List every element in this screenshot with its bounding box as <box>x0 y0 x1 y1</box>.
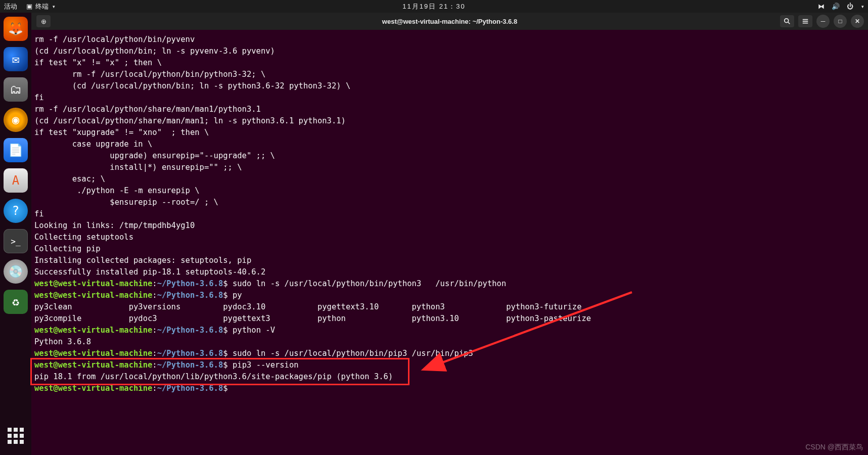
prompt-path: ~/Python-3.6.8 <box>157 349 223 358</box>
command-input: pip3 --version <box>228 360 299 370</box>
prompt-user: west@west-virtual-machine <box>34 291 152 300</box>
prompt-path: ~/Python-3.6.8 <box>157 360 223 370</box>
svg-point-0 <box>785 19 789 23</box>
terminal-line: fi <box>34 93 44 102</box>
launcher-dock: 🦊 ✉ 🗂 ◉ 📄 A ? >_ 💿 ♻ <box>0 13 31 455</box>
close-button[interactable]: ✕ <box>851 15 864 28</box>
terminal-line: upgrade) ensurepip="--upgrade" ;; \ <box>34 151 275 160</box>
prompt-user: west@west-virtual-machine <box>34 326 152 335</box>
prompt-symbol: $ <box>223 360 227 370</box>
command-input: sudo ln -s /usr/local/python/bin/python3… <box>228 279 507 288</box>
terminal-output: pip 18.1 from /usr/local/python/lib/pyth… <box>34 372 393 381</box>
terminal-line: Successfully installed pip-18.1 setuptoo… <box>34 267 265 277</box>
activities-button[interactable]: 活动 <box>4 2 17 11</box>
terminal-line: Installing collected packages: setuptool… <box>34 256 251 265</box>
maximize-button[interactable]: □ <box>834 15 847 28</box>
terminal-launcher[interactable]: >_ <box>4 229 28 253</box>
prompt-symbol: $ <box>223 349 227 358</box>
firefox-launcher[interactable]: 🦊 <box>4 17 28 41</box>
prompt-sep: : <box>152 349 157 358</box>
gnome-top-panel: 活动 ▣ 终端 ▾ 11月19日 21：30 ⧓ 🔊 ⏻ ▾ <box>0 0 868 13</box>
terminal-line: Collecting setuptools <box>34 233 133 242</box>
prompt-user: west@west-virtual-machine <box>34 349 152 358</box>
network-icon[interactable]: ⧓ <box>818 3 825 10</box>
terminal-line: ./python -E -m ensurepip \ <box>34 186 200 195</box>
terminal-line: esac; \ <box>34 174 105 184</box>
terminal-line: Looking in links: /tmp/tmpdhb4yg10 <box>34 221 195 230</box>
terminal-line: (cd /usr/local/python/share/man/man1; ln… <box>34 116 346 125</box>
terminal-line: case upgrade in \ <box>34 140 152 149</box>
libreoffice-writer-launcher[interactable]: 📄 <box>4 138 28 162</box>
terminal-line: (cd /usr/local/python/bin; ln -s pyvenv-… <box>34 47 275 56</box>
new-tab-button[interactable]: ⊕ <box>36 15 51 27</box>
prompt-user: west@west-virtual-machine <box>34 384 152 393</box>
power-icon[interactable]: ⏻ <box>847 3 853 10</box>
terminal-output: py3clean py3versions pydoc3.10 pygettext… <box>34 302 591 323</box>
terminal-output: Python 3.6.8 <box>34 337 91 346</box>
help-launcher[interactable]: ? <box>4 199 28 223</box>
prompt-sep: : <box>152 360 157 370</box>
prompt-symbol: $ <box>223 279 227 288</box>
terminal-viewport[interactable]: rm -f /usr/local/python/bin/pyvenv (cd /… <box>31 30 868 455</box>
terminal-line: if test "x" != "x" ; then \ <box>34 58 162 67</box>
command-input: python -V <box>228 326 275 335</box>
apps-grid-icon <box>8 428 24 444</box>
terminal-line: $ensurepip --root=/ ; \ <box>34 198 218 207</box>
prompt-sep: : <box>152 279 157 288</box>
command-input: py <box>228 291 242 300</box>
prompt-path: ~/Python-3.6.8 <box>157 326 223 335</box>
menu-button[interactable] <box>798 15 812 27</box>
terminal-line: rm -f /usr/local/python/bin/pyvenv <box>34 35 195 44</box>
terminal-line: install|*) ensurepip="" ;; \ <box>34 163 242 172</box>
minimize-button[interactable]: ─ <box>816 15 830 28</box>
watermark: CSDN @西西菜鸟 <box>805 443 863 452</box>
terminal-line: (cd /usr/local/python/bin; ln -s python3… <box>34 81 350 90</box>
rhythmbox-launcher[interactable]: ◉ <box>4 108 28 132</box>
disc-launcher[interactable]: 💿 <box>4 259 28 284</box>
thunderbird-launcher[interactable]: ✉ <box>4 47 28 71</box>
chevron-down-icon: ▾ <box>861 4 864 9</box>
command-input: sudo ln -s /usr/local/python/bin/pip3 /u… <box>228 349 473 358</box>
volume-icon[interactable]: 🔊 <box>832 3 840 10</box>
window-title: west@west-virtual-machine: ~/Python-3.6.… <box>382 18 517 25</box>
files-launcher[interactable]: 🗂 <box>4 77 28 102</box>
prompt-sep: : <box>152 384 157 393</box>
search-icon <box>784 18 791 25</box>
terminal-line: fi <box>34 209 44 218</box>
prompt-sep: : <box>152 291 157 300</box>
active-app-label: 终端 <box>35 2 49 11</box>
prompt-sep: : <box>152 326 157 335</box>
terminal-line: if test "xupgrade" != "xno" ; then \ <box>34 128 209 137</box>
search-button[interactable] <box>780 15 794 27</box>
hamburger-icon <box>802 18 809 25</box>
prompt-path: ~/Python-3.6.8 <box>157 384 223 393</box>
terminal-headerbar: ⊕ west@west-virtual-machine: ~/Python-3.… <box>31 13 868 30</box>
prompt-path: ~/Python-3.6.8 <box>157 279 223 288</box>
prompt-symbol: $ <box>223 384 227 393</box>
terminal-small-icon: ▣ <box>26 3 32 10</box>
terminal-line: rm -f /usr/local/python/share/man/man1/p… <box>34 105 261 114</box>
prompt-user: west@west-virtual-machine <box>34 279 152 288</box>
prompt-symbol: $ <box>223 326 227 335</box>
trash-launcher[interactable]: ♻ <box>4 290 28 314</box>
ubuntu-software-launcher[interactable]: A <box>4 168 28 193</box>
prompt-path: ~/Python-3.6.8 <box>157 291 223 300</box>
active-app-menu[interactable]: ▣ 终端 ▾ <box>26 2 55 11</box>
clock[interactable]: 11月19日 21：30 <box>402 2 465 11</box>
svg-line-1 <box>788 22 790 24</box>
prompt-user: west@west-virtual-machine <box>34 360 152 370</box>
show-apps-button[interactable] <box>4 424 28 448</box>
prompt-symbol: $ <box>223 291 227 300</box>
chevron-down-icon: ▾ <box>53 4 55 9</box>
terminal-line: Collecting pip <box>34 244 101 253</box>
terminal-line: rm -f /usr/local/python/bin/python3-32; … <box>34 70 265 79</box>
